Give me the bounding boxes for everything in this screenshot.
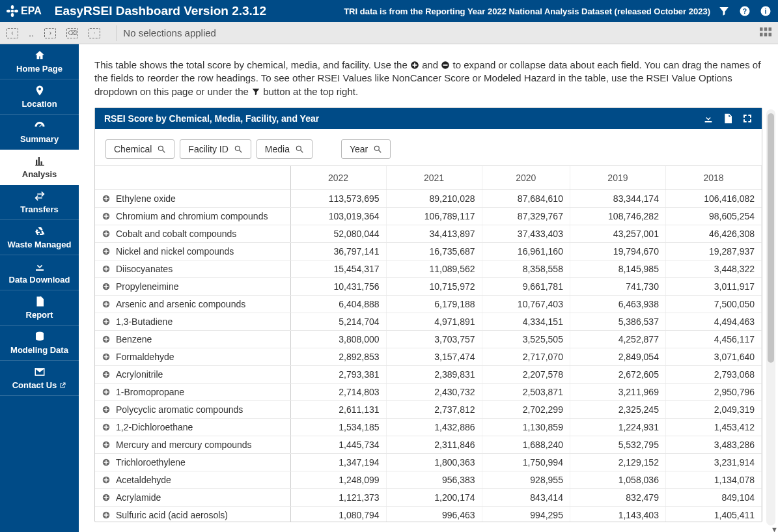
expand-icon[interactable] bbox=[102, 352, 111, 361]
step-back-icon[interactable]: ‹ bbox=[7, 28, 18, 38]
sidebar-item-label: Analysis bbox=[22, 169, 57, 179]
sidebar-item-modeling[interactable]: Modeling Data bbox=[0, 326, 79, 361]
chemical-cell[interactable]: Cobalt and cobalt compounds bbox=[95, 225, 290, 242]
chemical-cell[interactable]: Acrylonitrile bbox=[95, 365, 290, 383]
ellipsis-icon[interactable]: .. bbox=[29, 27, 34, 38]
table-row: Trichloroethylene1,347,1941,800,3631,750… bbox=[95, 453, 762, 471]
expand-icon[interactable] bbox=[102, 300, 111, 309]
intro-part1: This table shows the total score by chem… bbox=[94, 59, 410, 70]
sidebar-item-transfers[interactable]: Transfers bbox=[0, 185, 79, 220]
year-header[interactable]: 2021 bbox=[386, 166, 482, 190]
chemical-cell[interactable]: Arsenic and arsenic compounds bbox=[95, 295, 290, 313]
chemical-cell[interactable]: Acetaldehyde bbox=[95, 471, 290, 488]
svg-rect-31 bbox=[104, 198, 109, 199]
chemical-cell[interactable]: Polycyclic aromatic compounds bbox=[95, 400, 290, 418]
sidebar-item-summary[interactable]: Summary bbox=[0, 115, 79, 150]
chemical-cell[interactable]: Sulfuric acid (acid aerosols) bbox=[95, 506, 290, 522]
sidebar-item-analysis[interactable]: Analysis bbox=[0, 150, 79, 185]
svg-point-1 bbox=[11, 5, 14, 9]
help-icon[interactable]: ? bbox=[739, 5, 751, 17]
dim-button-year[interactable]: Year bbox=[341, 139, 391, 159]
svg-rect-85 bbox=[104, 514, 109, 516]
expand-icon[interactable] bbox=[102, 229, 111, 238]
download-icon[interactable] bbox=[703, 113, 714, 124]
scrollbar-thumb[interactable] bbox=[768, 113, 774, 363]
expand-icon[interactable] bbox=[102, 282, 111, 291]
chemical-cell[interactable]: Propyleneimine bbox=[95, 277, 290, 295]
recycle-icon bbox=[34, 225, 46, 237]
chemical-cell[interactable]: Benzene bbox=[95, 330, 290, 348]
intro-part4: button at the top right. bbox=[263, 86, 358, 97]
chemical-cell[interactable]: Mercury and mercury compounds bbox=[95, 436, 290, 453]
sidebar-item-waste[interactable]: Waste Managed bbox=[0, 220, 79, 255]
dim-button-chemical[interactable]: Chemical bbox=[105, 139, 174, 159]
dim-button-facility-id[interactable]: Facility ID bbox=[180, 139, 251, 159]
year-header[interactable]: 2018 bbox=[665, 166, 761, 190]
sidebar-item-contact[interactable]: Contact Us bbox=[0, 361, 79, 396]
sidebar-item-download[interactable]: Data Download bbox=[0, 255, 79, 290]
year-header[interactable]: 2020 bbox=[482, 166, 570, 190]
chemical-cell[interactable]: 1,2-Dichloroethane bbox=[95, 418, 290, 436]
chemical-name: Formaldehyde bbox=[116, 352, 174, 362]
clear-one-icon[interactable]: · bbox=[89, 28, 100, 38]
value-cell: 5,386,537 bbox=[570, 313, 665, 330]
dim-label: Media bbox=[265, 144, 290, 154]
expand-icon[interactable] bbox=[102, 440, 111, 449]
chemical-cell[interactable]: 1,3-Butadiene bbox=[95, 313, 290, 330]
sidebar-item-location[interactable]: Location bbox=[0, 79, 79, 115]
svg-point-3 bbox=[7, 10, 10, 13]
info-icon[interactable]: i bbox=[760, 5, 771, 17]
bar-chart-icon bbox=[34, 155, 46, 167]
chemical-cell[interactable]: Formaldehyde bbox=[95, 348, 290, 365]
pivot-table-scroll[interactable]: 20222021202020192018 Ethylene oxide113,5… bbox=[95, 165, 762, 522]
year-header[interactable]: 2019 bbox=[570, 166, 665, 190]
expand-icon[interactable] bbox=[102, 212, 111, 221]
chemical-cell[interactable]: Ethylene oxide bbox=[95, 189, 290, 207]
dim-button-media[interactable]: Media bbox=[257, 139, 313, 159]
export-icon[interactable] bbox=[723, 113, 733, 124]
expand-icon[interactable] bbox=[102, 458, 111, 467]
value-cell: 2,717,070 bbox=[482, 348, 570, 365]
chemical-cell[interactable]: Chromium and chromium compounds bbox=[95, 207, 290, 225]
expand-icon[interactable] bbox=[102, 493, 111, 502]
chemical-cell[interactable]: Trichloroethylene bbox=[95, 453, 290, 471]
year-header[interactable]: 2022 bbox=[290, 166, 386, 190]
step-forward-icon[interactable]: › bbox=[44, 28, 56, 38]
sidebar-item-home[interactable]: Home Page bbox=[0, 44, 79, 79]
sidebar-item-label: Report bbox=[26, 310, 53, 320]
chemical-cell[interactable]: Diisocyanates bbox=[95, 260, 290, 277]
layout-grid-icon[interactable] bbox=[760, 27, 771, 38]
fullscreen-icon[interactable] bbox=[742, 113, 753, 124]
expand-icon[interactable] bbox=[102, 194, 111, 203]
value-cell: 10,431,756 bbox=[290, 277, 386, 295]
expand-icon[interactable] bbox=[102, 405, 111, 414]
value-cell: 36,797,141 bbox=[290, 242, 386, 260]
expand-icon[interactable] bbox=[102, 264, 111, 273]
scrollbar-vertical[interactable] bbox=[766, 109, 775, 525]
expand-icon[interactable] bbox=[102, 423, 111, 432]
chemical-cell[interactable]: Nickel and nickel compounds bbox=[95, 242, 290, 260]
value-cell: 1,121,373 bbox=[290, 488, 386, 506]
clear-all-icon[interactable]: ⌫ bbox=[66, 28, 78, 38]
value-cell: 4,252,877 bbox=[570, 330, 665, 348]
expand-icon[interactable] bbox=[102, 317, 111, 326]
sidebar-item-label: Location bbox=[21, 99, 57, 109]
sidebar-item-report[interactable]: Report bbox=[0, 290, 79, 326]
value-cell: 5,532,795 bbox=[570, 436, 665, 453]
expand-icon[interactable] bbox=[102, 475, 111, 484]
chemical-cell[interactable]: 1-Bromopropane bbox=[95, 383, 290, 400]
value-cell: 1,224,931 bbox=[570, 418, 665, 436]
sidebar-item-label: Home Page bbox=[16, 64, 63, 74]
chemical-cell[interactable]: Acrylamide bbox=[95, 488, 290, 506]
filter-icon[interactable] bbox=[718, 5, 730, 17]
expand-icon[interactable] bbox=[102, 511, 111, 520]
expand-icon[interactable] bbox=[102, 335, 111, 344]
scrollbar-down-arrow[interactable]: ▼ bbox=[771, 525, 778, 532]
expand-icon[interactable] bbox=[102, 387, 111, 397]
value-cell: 994,295 bbox=[482, 506, 570, 522]
value-cell: 2,311,846 bbox=[386, 436, 482, 453]
expand-icon[interactable] bbox=[102, 370, 111, 379]
value-cell: 3,211,969 bbox=[570, 383, 665, 400]
table-row: Nickel and nickel compounds36,797,14116,… bbox=[95, 242, 762, 260]
expand-icon[interactable] bbox=[102, 247, 111, 256]
